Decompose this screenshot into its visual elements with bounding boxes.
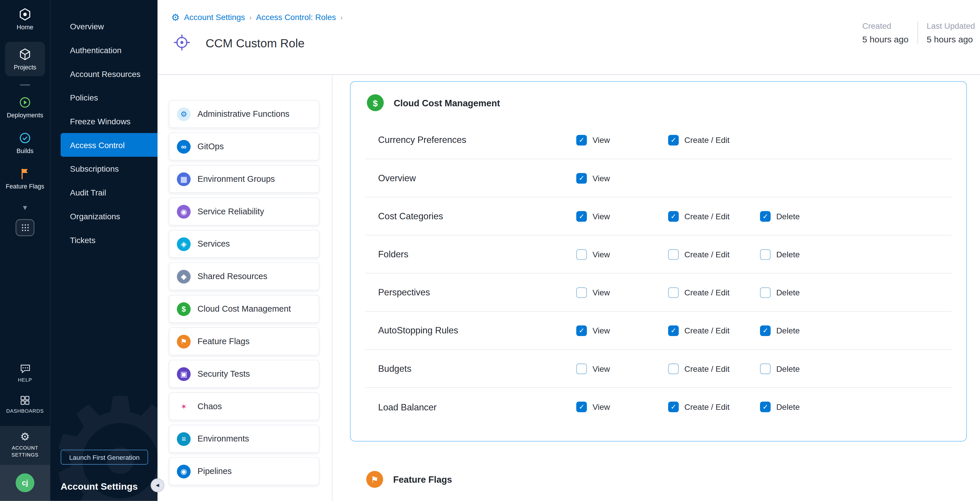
sidebar-item-policies[interactable]: Policies [51, 86, 158, 109]
checkbox-delete-budgets[interactable] [760, 363, 771, 374]
role-target-icon [173, 33, 191, 54]
grid-dots-icon [20, 223, 30, 232]
resource-card-security-tests[interactable]: ▣Security Tests [169, 360, 320, 388]
breadcrumb-separator: › [340, 13, 343, 21]
module-rail: HomeProjects DeploymentsBuildsFeature Fl… [0, 0, 50, 501]
checkbox-view-budgets[interactable] [576, 363, 587, 374]
sidebar-item-freeze-windows[interactable]: Freeze Windows [51, 109, 158, 133]
breadcrumb-link-account-settings[interactable]: Account Settings [184, 13, 245, 22]
checkbox-label: Delete [776, 211, 800, 221]
checkbox-label: Create / Edit [684, 249, 729, 259]
chevron-down-icon[interactable]: ▼ [22, 204, 28, 211]
avatar[interactable]: cj [16, 473, 35, 492]
checkbox-create_edit-perspectives[interactable] [668, 287, 679, 298]
launch-first-generation-button[interactable]: Launch First Generation [61, 450, 148, 465]
chaos-icon: ✶ [177, 400, 191, 413]
resource-card-administrative-functions[interactable]: ⚙Administrative Functions [169, 100, 320, 128]
rail-item-label: Projects [14, 63, 36, 71]
projects-cube-icon [18, 48, 32, 61]
checkbox-label: Create / Edit [684, 135, 729, 145]
resource-card-label: Security Tests [197, 369, 250, 379]
resource-card-label: Cloud Cost Management [197, 304, 291, 313]
checkbox-create_edit-currency-preferences[interactable]: ✓ [668, 135, 679, 145]
rail-item-deployments[interactable]: Deployments [0, 92, 50, 122]
resource-card-environments[interactable]: ≡Environments [169, 425, 320, 453]
checkbox-view-perspectives[interactable] [576, 287, 587, 298]
checkbox-create_edit-load-balancer[interactable]: ✓ [668, 402, 679, 412]
rail-item-account-settings[interactable]: ⚙ACCOUNT SETTINGS [0, 426, 50, 465]
checkbox-delete-folders[interactable] [760, 249, 771, 260]
sidebar-item-audit-trail[interactable]: Audit Trail [51, 180, 158, 204]
permissions-card-header: $ Cloud Cost Management [365, 82, 952, 121]
sidebar-item-account-resources[interactable]: Account Resources [51, 62, 158, 86]
checkbox-delete-autostopping-rules[interactable]: ✓ [760, 325, 771, 336]
checkbox-create_edit-folders[interactable] [668, 249, 679, 260]
feature-flags-circle-icon: ⚑ [366, 471, 383, 488]
content-area: ⚙Administrative Functions∞GitOps▦Environ… [158, 76, 980, 501]
checkbox-view-cost-categories[interactable]: ✓ [576, 211, 587, 222]
checkbox-label: View [593, 287, 610, 297]
resource-card-shared-resources[interactable]: ◆Shared Resources [169, 262, 320, 290]
checkbox-create_edit-cost-categories[interactable]: ✓ [668, 211, 679, 222]
ccm-permissions-card: $ Cloud Cost Management Currency Prefere… [350, 81, 967, 442]
resource-card-services[interactable]: ◈Services [169, 230, 320, 258]
checkbox-label: View [593, 364, 610, 373]
breadcrumb-link-roles[interactable]: Access Control: Roles [256, 13, 336, 22]
sidebar-item-overview[interactable]: Overview [51, 14, 158, 38]
breadcrumb: ⚙ Account Settings › Access Control: Rol… [171, 13, 343, 22]
resource-card-feature-flags[interactable]: ⚑Feature Flags [169, 327, 320, 355]
checkbox-label: Delete [776, 326, 800, 335]
checkbox-create_edit-autostopping-rules[interactable]: ✓ [668, 325, 679, 336]
permission-cell-view: ✓View [576, 135, 668, 145]
permission-row-label: Budgets [365, 364, 576, 374]
resource-card-environment-groups[interactable]: ▦Environment Groups [169, 165, 320, 193]
checkbox-delete-cost-categories[interactable]: ✓ [760, 211, 771, 222]
rail-item-home[interactable]: Home [0, 4, 50, 34]
resource-card-label: Environment Groups [197, 174, 275, 184]
checkbox-view-autostopping-rules[interactable]: ✓ [576, 325, 587, 336]
checkbox-view-currency-preferences[interactable]: ✓ [576, 135, 587, 145]
checkbox-label: Delete [776, 364, 800, 373]
rail-divider [20, 84, 30, 86]
next-section-title: Feature Flags [393, 474, 452, 484]
rail-item-dashboards[interactable]: DASHBOARDS [0, 392, 50, 417]
checkbox-delete-load-balancer[interactable]: ✓ [760, 402, 771, 412]
sidebar-item-organizations[interactable]: Organizations [51, 204, 158, 228]
resource-card-pipelines[interactable]: ◉Pipelines [169, 457, 320, 485]
resource-card-cloud-cost-management[interactable]: $Cloud Cost Management [169, 295, 320, 323]
rail-item-feature-flags[interactable]: Feature Flags [0, 163, 50, 193]
settings-sidebar: ⚙ OverviewAuthenticationAccount Resource… [50, 0, 158, 501]
resource-card-label: Administrative Functions [197, 109, 290, 119]
sidebar-item-authentication[interactable]: Authentication [51, 38, 158, 62]
permission-row-folders: FoldersViewCreate / EditDelete [365, 236, 952, 274]
sidebar-item-tickets[interactable]: Tickets [51, 228, 158, 252]
checkbox-view-load-balancer[interactable]: ✓ [576, 402, 587, 412]
checkbox-label: Create / Edit [684, 402, 729, 412]
resource-card-service-reliability[interactable]: ◉Service Reliability [169, 198, 320, 226]
rail-item-label: HELP [18, 377, 32, 383]
security-tests-icon: ▣ [177, 367, 191, 381]
admin-functions-icon: ⚙ [177, 107, 191, 121]
permission-cell-create_edit: ✓Create / Edit [668, 402, 760, 412]
resource-card-chaos[interactable]: ✶Chaos [169, 392, 320, 420]
permission-cell-delete: Delete [760, 363, 852, 374]
gear-icon: ⚙ [20, 431, 30, 442]
last-updated-value: 5 hours ago [926, 34, 975, 44]
help-chat-icon [19, 363, 31, 375]
app-window: HomeProjects DeploymentsBuildsFeature Fl… [0, 0, 980, 501]
checkbox-create_edit-budgets[interactable] [668, 363, 679, 374]
checkbox-view-folders[interactable] [576, 249, 587, 260]
module-browser-button[interactable] [16, 219, 35, 236]
permission-row-budgets: BudgetsViewCreate / EditDelete [365, 350, 952, 388]
rail-item-projects[interactable]: Projects [5, 42, 45, 76]
permission-row-label: AutoStopping Rules [365, 325, 576, 335]
rail-item-builds[interactable]: Builds [0, 127, 50, 158]
checkbox-delete-perspectives[interactable] [760, 287, 771, 298]
sidebar-item-subscriptions[interactable]: Subscriptions [51, 157, 158, 181]
rail-item-label: Home [17, 24, 33, 31]
shared-resources-icon: ◆ [177, 270, 191, 283]
sidebar-item-access-control[interactable]: Access Control [61, 133, 158, 157]
resource-card-gitops[interactable]: ∞GitOps [169, 132, 320, 161]
checkbox-view-overview[interactable]: ✓ [576, 173, 587, 184]
rail-item-help[interactable]: HELP [0, 360, 50, 386]
